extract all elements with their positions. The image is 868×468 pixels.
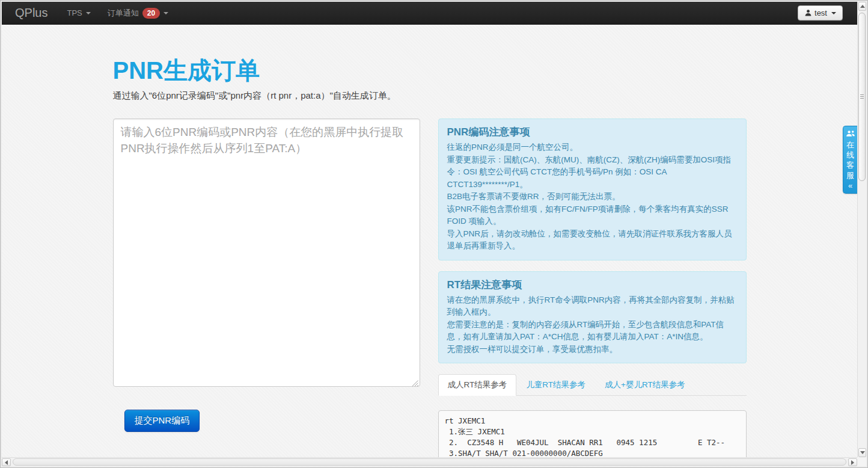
notice-line: B2B电子客票请不要做RR，否则可能无法出票。 — [447, 191, 738, 203]
navbar: QPlus TPS 订单通知 20 test — [2, 2, 857, 25]
vertical-scrollbar-thumb[interactable] — [858, 13, 866, 181]
main-container: PNR生成订单 通过输入"6位pnr记录编码"或"pnr内容（rt pnr，pa… — [113, 25, 747, 457]
vertical-scrollbar[interactable] — [857, 2, 866, 457]
page-title: PNR生成订单 — [113, 57, 747, 84]
nav-menu-order-notifications[interactable]: 订单通知 20 — [99, 2, 177, 24]
tab-child-rt-sample[interactable]: 儿童RT结果参考 — [516, 374, 595, 396]
pnr-notice-title: PNR编码注意事项 — [447, 125, 738, 139]
pnr-notice-panel: PNR编码注意事项 往返的PNR必须是同一个航空公司。 重要更新提示：国航(CA… — [438, 119, 747, 260]
notice-line: 请在您的黑屏系统中，执行RT命令调取PNR内容，再将其全部内容复制，并粘贴到输入… — [447, 294, 738, 319]
nav-orders-label: 订单通知 — [108, 8, 139, 19]
rt-notice-panel: RT结果注意事项 请在您的黑屏系统中，执行RT命令调取PNR内容，再将其全部内容… — [438, 271, 747, 364]
chevron-down-icon — [831, 12, 836, 14]
scroll-down-icon — [860, 451, 865, 454]
horizontal-scrollbar-thumb[interactable] — [13, 458, 846, 466]
pnr-input-column: 提交PNR编码 — [113, 119, 420, 457]
nav-menu-tps[interactable]: TPS — [58, 2, 99, 24]
chevron-down-icon — [86, 12, 91, 14]
submit-pnr-button[interactable]: 提交PNR编码 — [124, 410, 200, 432]
tab-adult-rt-sample[interactable]: 成人RT结果参考 — [438, 374, 517, 396]
notice-line: 您需要注意的是：复制的内容必须从RT编码开始，至少包含航段信息和PAT信息，如有… — [447, 319, 738, 343]
notification-count-badge: 20 — [142, 8, 160, 19]
scroll-left-icon — [5, 460, 8, 465]
nav-tps-label: TPS — [67, 8, 82, 17]
chevron-down-icon — [164, 12, 168, 14]
online-service-tab[interactable]: 在线客服 « — [843, 126, 857, 194]
pnr-input-wrap — [113, 119, 420, 389]
collapse-arrows-icon: « — [848, 182, 852, 190]
scrollbar-grip-icon — [860, 94, 864, 99]
pnr-input[interactable] — [113, 119, 420, 387]
page-content: QPlus TPS 订单通知 20 test PNR生成订单 通过输入 — [2, 2, 857, 457]
browser-window: QPlus TPS 订单通知 20 test PNR生成订单 通过输入 — [0, 0, 868, 468]
notice-line: 重要更新提示：国航(CA)、东航(MU)、南航(CZ)、深航(ZH)编码需要加O… — [447, 154, 738, 191]
customer-service-icon — [846, 130, 855, 137]
tab-adult-infant-rt-sample[interactable]: 成人+婴儿RT结果参考 — [595, 374, 695, 396]
online-service-label: 在线客服 — [846, 140, 855, 180]
scroll-right-button[interactable] — [848, 458, 857, 466]
user-icon — [804, 9, 812, 17]
page-subtitle: 通过输入"6位pnr记录编码"或"pnr内容（rt pnr，pat:a）"自动生… — [113, 90, 747, 102]
notice-line: 往返的PNR必须是同一个航空公司。 — [447, 141, 738, 154]
scroll-left-button[interactable] — [2, 458, 11, 466]
scroll-up-icon — [860, 5, 865, 8]
user-menu-button[interactable]: test — [798, 5, 843, 20]
notice-column: PNR编码注意事项 往返的PNR必须是同一个航空公司。 重要更新提示：国航(CA… — [438, 119, 747, 457]
notice-line: 该PNR不能包含票价组项，如有FC/FN/FP项请删除，每个乘客均有真实的SSR… — [447, 203, 738, 228]
content-row: 提交PNR编码 PNR编码注意事项 往返的PNR必须是同一个航空公司。 重要更新… — [113, 119, 747, 457]
scroll-down-button[interactable] — [858, 448, 866, 457]
brand-logo[interactable]: QPlus — [7, 6, 58, 20]
scroll-right-icon — [851, 460, 854, 465]
rt-notice-title: RT结果注意事项 — [447, 278, 738, 292]
rt-sample-tabs: 成人RT结果参考 儿童RT结果参考 成人+婴儿RT结果参考 — [438, 374, 747, 396]
horizontal-scrollbar[interactable] — [2, 457, 857, 466]
notice-line: 无需授权一样可以提交订单，享受最优惠扣率。 — [447, 343, 738, 356]
user-name-label: test — [815, 8, 827, 17]
notice-line: 导入PNR后，请勿改动舱位，如需要改变舱位，请先取消证件联系我方客服人员退单后再… — [447, 228, 738, 253]
pnr-sample-code: rt JXEMC1 1.张三 JXEMC1 2. CZ3548 H WE04JU… — [438, 410, 747, 457]
scroll-up-button[interactable] — [858, 2, 866, 11]
